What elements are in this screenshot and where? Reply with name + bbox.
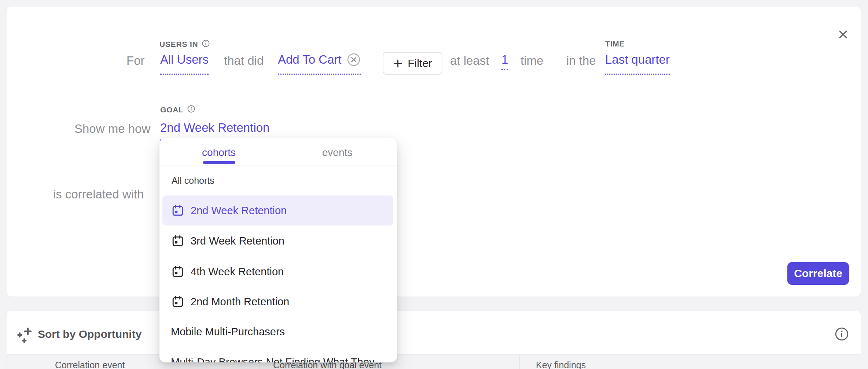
calendar-icon [172,235,184,247]
column-header-correlation-event: Correlation event [55,360,125,369]
add-filter-button[interactable]: Filter [383,52,442,75]
list-item-label: 2nd Month Retention [191,296,289,308]
plus-icon [393,59,403,68]
list-item-label: 3rd Week Retention [191,235,284,247]
list-item-label: Mobile Multi-Purchasers [171,326,285,338]
time-range-selector[interactable]: Last quarter [605,52,670,75]
users-in-label-text: USERS IN [159,40,198,49]
in-the-word: in the [566,53,596,68]
results-table-header: Correlation event Correlation with goal … [7,354,861,369]
list-item-label: 2nd Week Retention [191,205,287,217]
list-item-cohort[interactable]: 3rd Week Retention [159,226,397,256]
add-filter-button-label: Filter [408,57,432,70]
query-card: USERS IN TIME For All Users that did Add… [7,7,861,297]
results-info-icon[interactable] [832,324,851,343]
goal-label-text: GOAL [160,105,184,114]
at-least-word: at least [450,53,489,68]
goal-dropdown: cohorts events All cohorts 2nd Week Rete… [159,138,397,362]
tab-events[interactable]: events [322,147,353,159]
for-word: For [126,53,145,68]
info-icon[interactable] [202,40,210,49]
calendar-icon [172,295,184,308]
correlation-builder-page: USERS IN TIME For All Users that did Add… [0,0,868,369]
info-icon[interactable] [187,105,195,115]
calendar-icon [172,265,184,278]
show-me-how-word: Show me how [74,122,150,136]
tab-divider [159,165,397,165]
remove-event-icon[interactable] [347,53,361,67]
calendar-icon [172,204,184,217]
goal-selector[interactable]: 2nd Week Retention [160,120,269,141]
list-item-cohort[interactable]: 4th Week Retention [159,257,397,287]
list-item-cohort[interactable]: 2nd Month Retention [159,287,397,317]
sort-by-opportunity-label[interactable]: Sort by Opportunity [38,328,141,340]
users-in-label: USERS IN [159,40,210,49]
active-tab-underline [203,161,235,164]
tab-cohorts[interactable]: cohorts [202,147,236,159]
column-header-key-findings: Key findings [536,360,586,369]
cohort-section-label: All cohorts [172,175,214,186]
correlate-button[interactable]: Correlate [787,262,849,285]
results-card: Sort by Opportunity Correlation event Co… [7,311,861,369]
goal-label: GOAL [160,105,195,115]
list-item-cohort[interactable]: Multi-Day Browsers Not Finding What They [159,347,397,362]
time-label: TIME [605,40,625,48]
list-item-label: 4th Week Retention [191,266,284,278]
that-did-word: that did [224,53,264,68]
event-selector-value: Add To Cart [278,52,342,67]
sparkle-sort-icon [16,327,34,345]
time-label-text: TIME [605,40,625,48]
count-selector[interactable]: 1 [501,52,508,70]
is-correlated-with-word: is correlated with [53,187,144,202]
list-item-cohort[interactable]: 2nd Week Retention [162,195,393,225]
column-divider [519,355,520,369]
list-item-label: Multi-Day Browsers Not Finding What They [171,356,374,363]
time-word: time [521,53,543,68]
cohort-selector[interactable]: All Users [160,52,209,75]
list-item-cohort[interactable]: Mobile Multi-Purchasers [159,317,397,347]
event-selector[interactable]: Add To Cart [278,52,361,75]
close-icon[interactable] [834,26,852,43]
